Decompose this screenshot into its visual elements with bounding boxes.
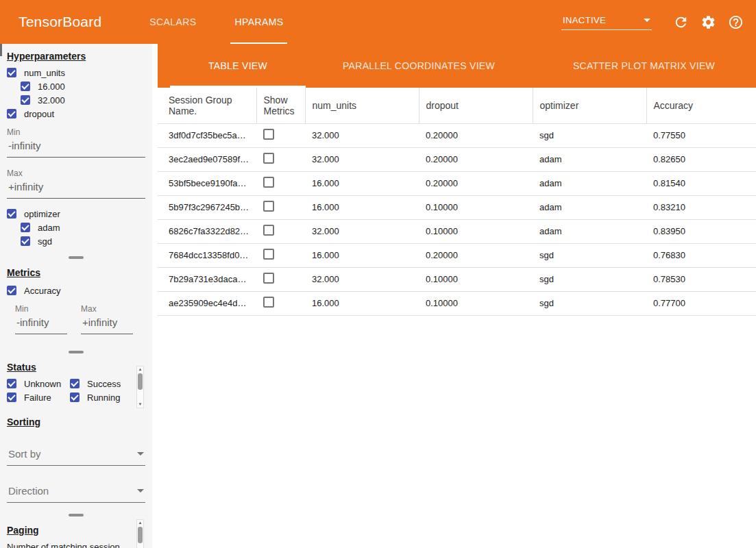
show-metrics-checkbox[interactable] <box>263 297 274 308</box>
paging-section: Paging Number of matching session groups… <box>0 516 152 548</box>
table-row[interactable]: ae235909ec4e4d… 16.000 0.10000 sgd 0.777… <box>158 291 756 315</box>
checkbox-checked-icon[interactable] <box>7 109 16 119</box>
checkbox-checked-icon[interactable] <box>21 82 30 91</box>
table-row[interactable]: 3ec2aed9e07589f… 32.000 0.20000 adam 0.8… <box>158 147 756 171</box>
hparams-sidebar: Hyperparameters num_units 16.000 32.000 … <box>0 44 152 548</box>
table-row[interactable]: 3df0d7cf35bec5a… 32.000 0.20000 sgd 0.77… <box>158 123 756 147</box>
checkbox-checked-icon[interactable] <box>7 209 16 219</box>
hparam-value-checkbox-sgd[interactable]: sgd <box>21 234 145 248</box>
checkbox-label: Failure <box>24 393 51 403</box>
tab-table-view[interactable]: TABLE VIEW <box>170 44 306 88</box>
hparam-value-checkbox-16[interactable]: 16.000 <box>21 79 145 93</box>
session-group-name: 6826c7fa3322d82… <box>158 219 256 243</box>
scrollbar-thumb[interactable] <box>138 373 143 390</box>
refresh-icon <box>673 14 689 30</box>
dropout-min-input[interactable]: -infinity <box>7 137 145 158</box>
view-tabs: TABLE VIEW PARALLEL COORDINATES VIEW SCA… <box>158 44 756 88</box>
col-header-accuracy[interactable]: Accuracy <box>646 88 756 123</box>
scrollbar-thumb[interactable] <box>138 527 143 543</box>
status-scrollbar[interactable]: ▲ ▼ <box>136 366 144 408</box>
hparam-value-checkbox-adam[interactable]: adam <box>21 221 145 234</box>
checkbox-checked-icon[interactable] <box>21 223 30 232</box>
hparam-checkbox-optimizer[interactable]: optimizer <box>7 207 145 221</box>
scroll-up-icon[interactable]: ▲ <box>138 366 143 373</box>
reload-status-select[interactable]: INACTIVE <box>561 14 652 30</box>
checkbox-label: num_units <box>24 68 65 78</box>
col-header-num-units[interactable]: num_units <box>305 88 419 123</box>
toolbar-actions: INACTIVE <box>561 14 744 30</box>
tab-hparams[interactable]: HPARAMS <box>215 0 302 44</box>
col-header-session-group-name[interactable]: Session Group Name. <box>158 88 256 123</box>
checkbox-label: 32.000 <box>38 95 65 105</box>
show-metrics-checkbox[interactable] <box>263 129 274 140</box>
table-row[interactable]: 5b97f3c2967245b… 16.000 0.10000 adam 0.8… <box>158 195 756 219</box>
checkbox-checked-icon[interactable] <box>70 393 80 402</box>
metric-checkbox-accuracy[interactable]: Accuracy <box>7 284 145 297</box>
tab-scalars[interactable]: SCALARS <box>130 0 215 44</box>
metric-min-input[interactable]: -infinity <box>15 314 67 334</box>
show-metrics-checkbox[interactable] <box>263 201 274 212</box>
status-checkbox-success[interactable]: Success <box>70 377 132 390</box>
hparam-value-checkbox-32[interactable]: 32.000 <box>21 93 145 107</box>
tab-parallel-coordinates-view[interactable]: PARALLEL COORDINATES VIEW <box>306 44 532 88</box>
optimizer-value: sgd <box>533 123 646 147</box>
scroll-up-icon[interactable]: ▲ <box>138 520 143 526</box>
checkbox-label: Running <box>87 393 120 403</box>
status-checkbox-unknown[interactable]: Unknown <box>7 377 70 390</box>
col-header-show-metrics[interactable]: Show Metrics <box>256 88 305 123</box>
checkbox-checked-icon[interactable] <box>70 379 80 388</box>
direction-select[interactable]: Direction <box>7 482 145 503</box>
status-checkbox-running[interactable]: Running <box>70 390 132 404</box>
show-metrics-checkbox[interactable] <box>263 225 274 236</box>
dropout-value: 0.10000 <box>419 267 533 291</box>
accuracy-value: 0.77550 <box>646 123 756 147</box>
checkbox-checked-icon[interactable] <box>7 68 16 77</box>
metric-min-label: Min <box>15 304 67 314</box>
dropout-value: 0.10000 <box>419 195 533 219</box>
dropout-max-input[interactable]: +infinity <box>7 178 145 199</box>
checkbox-checked-icon[interactable] <box>21 95 30 105</box>
status-checkbox-failure[interactable]: Failure <box>7 390 70 404</box>
table-row[interactable]: 6826c7fa3322d82… 32.000 0.10000 adam 0.8… <box>158 219 756 243</box>
metric-max-input[interactable]: +infinity <box>81 314 133 334</box>
checkbox-label: dropout <box>24 109 54 119</box>
table-row[interactable]: 7b29a731e3daca… 32.000 0.10000 sgd 0.785… <box>158 267 756 291</box>
show-metrics-checkbox[interactable] <box>263 273 274 284</box>
num-units-value: 16.000 <box>305 195 419 219</box>
chevron-down-icon <box>137 452 144 456</box>
checkbox-label: 16.000 <box>38 82 65 92</box>
metrics-heading: Metrics <box>7 267 145 278</box>
checkbox-checked-icon[interactable] <box>21 236 30 246</box>
refresh-button[interactable] <box>672 14 689 30</box>
sort-by-select[interactable]: Sort by <box>7 445 145 466</box>
accuracy-value: 0.77700 <box>646 291 756 315</box>
help-button[interactable] <box>727 14 744 30</box>
metric-max-label: Max <box>81 304 133 314</box>
paging-heading: Paging <box>7 525 145 536</box>
settings-button[interactable] <box>700 14 716 30</box>
optimizer-value: sgd <box>533 267 646 291</box>
tab-scatter-plot-matrix-view[interactable]: SCATTER PLOT MATRIX VIEW <box>532 44 756 88</box>
checkbox-checked-icon[interactable] <box>7 286 16 295</box>
show-metrics-checkbox[interactable] <box>263 153 274 164</box>
checkbox-checked-icon[interactable] <box>7 393 16 402</box>
accuracy-value: 0.82650 <box>646 147 756 171</box>
optimizer-value: adam <box>533 195 646 219</box>
table-row[interactable]: 7684dcc13358fd0… 16.000 0.20000 sgd 0.76… <box>158 243 756 267</box>
show-metrics-checkbox[interactable] <box>263 249 274 260</box>
sorting-heading: Sorting <box>7 416 145 427</box>
show-metrics-checkbox[interactable] <box>263 177 274 188</box>
hyperparameters-section: Hyperparameters num_units 16.000 32.000 … <box>0 44 152 259</box>
table-row[interactable]: 53bf5bece9190fa… 16.000 0.20000 adam 0.8… <box>158 171 756 195</box>
optimizer-value: adam <box>533 171 646 195</box>
accuracy-value: 0.78530 <box>646 267 756 291</box>
optimizer-value: sgd <box>533 243 646 267</box>
paging-scrollbar[interactable]: ▲ <box>136 519 144 548</box>
col-header-dropout[interactable]: dropout <box>419 88 533 123</box>
hparam-checkbox-num-units[interactable]: num_units <box>7 66 145 79</box>
status-checkbox-grid: Unknown Success Failure Running <box>7 377 138 404</box>
checkbox-checked-icon[interactable] <box>7 379 16 388</box>
col-header-optimizer[interactable]: optimizer <box>533 88 646 123</box>
num-units-value: 32.000 <box>305 123 419 147</box>
hparam-checkbox-dropout[interactable]: dropout <box>7 107 145 121</box>
